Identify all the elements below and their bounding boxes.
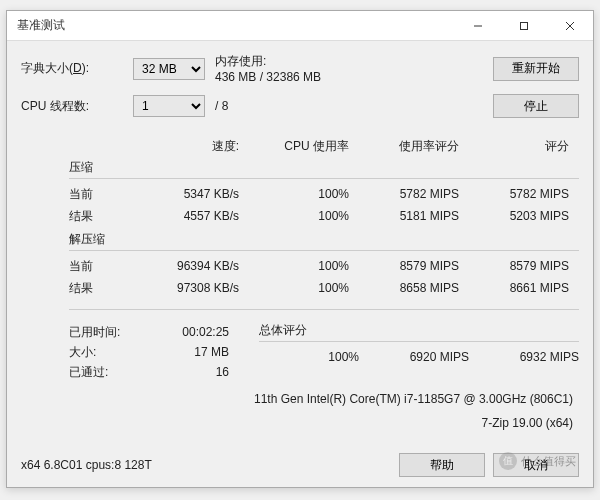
cell-score: 5203 MIPS <box>459 205 569 227</box>
cell-score: 5782 MIPS <box>459 183 569 205</box>
cpu-info: 11th Gen Intel(R) Core(TM) i7-1185G7 @ 3… <box>21 392 579 406</box>
cell-rate: 5181 MIPS <box>349 205 459 227</box>
cell-rate: 8579 MIPS <box>349 255 459 277</box>
watermark-text: 什么值得买 <box>521 454 576 469</box>
help-button[interactable]: 帮助 <box>399 453 485 477</box>
dict-label-post: ): <box>82 61 89 75</box>
row-label-result: 结果 <box>69 205 125 227</box>
mem-label: 内存使用: <box>215 53 321 70</box>
dict-size-label: 字典大小(D): <box>21 60 133 77</box>
watermark-badge: 值 <box>499 452 517 470</box>
cell-speed: 4557 KB/s <box>125 205 239 227</box>
info-right: 总体评分 100% 6920 MIPS 6932 MIPS <box>259 322 579 382</box>
dict-label-pre: 字典大小( <box>21 61 73 75</box>
overall-cpu: 100% <box>259 346 359 368</box>
maximize-icon <box>519 21 529 31</box>
table-row: 结果 97308 KB/s 100% 8658 MIPS 8661 MIPS <box>21 277 579 299</box>
row-label-current: 当前 <box>69 183 125 205</box>
divider <box>69 178 579 179</box>
overall-row: 100% 6920 MIPS 6932 MIPS <box>259 346 579 368</box>
minimize-button[interactable] <box>455 11 501 41</box>
header-cpu: CPU 使用率 <box>239 138 349 155</box>
info-area: 已用时间:00:02:25 大小:17 MB 已通过:16 总体评分 100% … <box>21 322 579 382</box>
cell-score: 8579 MIPS <box>459 255 569 277</box>
header-rate: 使用率评分 <box>349 138 459 155</box>
dict-size-select[interactable]: 32 MB <box>133 58 205 80</box>
compress-title: 压缩 <box>21 159 579 176</box>
header-speed: 速度: <box>69 138 239 155</box>
stop-button[interactable]: 停止 <box>493 94 579 118</box>
threads-row: CPU 线程数: 1 / 8 停止 <box>21 94 579 118</box>
svg-rect-1 <box>521 22 528 29</box>
threads-label: CPU 线程数: <box>21 98 133 115</box>
elapsed-value: 00:02:25 <box>149 322 229 342</box>
size-label: 大小: <box>69 342 149 362</box>
watermark: 值 什么值得买 <box>499 452 576 470</box>
decompress-section: 解压缩 当前 96394 KB/s 100% 8579 MIPS 8579 MI… <box>21 231 579 299</box>
overall-score1: 6920 MIPS <box>359 346 469 368</box>
table-row: 结果 4557 KB/s 100% 5181 MIPS 5203 MIPS <box>21 205 579 227</box>
table-header: 速度: CPU 使用率 使用率评分 评分 <box>21 138 579 155</box>
cell-rate: 5782 MIPS <box>349 183 459 205</box>
elapsed-label: 已用时间: <box>69 322 149 342</box>
dict-row: 字典大小(D): 32 MB 内存使用: 436 MB / 32386 MB 重… <box>21 53 579 84</box>
mem-usage: 内存使用: 436 MB / 32386 MB <box>215 53 321 84</box>
info-left: 已用时间:00:02:25 大小:17 MB 已通过:16 <box>21 322 259 382</box>
window-title: 基准测试 <box>17 17 455 34</box>
cell-cpu: 100% <box>239 255 349 277</box>
close-icon <box>565 21 575 31</box>
cell-cpu: 100% <box>239 277 349 299</box>
row-label-current: 当前 <box>69 255 125 277</box>
cell-speed: 97308 KB/s <box>125 277 239 299</box>
minimize-icon <box>473 21 483 31</box>
compress-section: 压缩 当前 5347 KB/s 100% 5782 MIPS 5782 MIPS… <box>21 159 579 227</box>
cell-rate: 8658 MIPS <box>349 277 459 299</box>
restart-button[interactable]: 重新开始 <box>493 57 579 81</box>
mem-value: 436 MB / 32386 MB <box>215 70 321 84</box>
table-row: 当前 5347 KB/s 100% 5782 MIPS 5782 MIPS <box>21 183 579 205</box>
cell-score: 8661 MIPS <box>459 277 569 299</box>
titlebar: 基准测试 <box>7 11 593 41</box>
overall-score2: 6932 MIPS <box>469 346 579 368</box>
decompress-title: 解压缩 <box>21 231 579 248</box>
close-button[interactable] <box>547 11 593 41</box>
threads-of: / 8 <box>215 99 228 113</box>
build-info: x64 6.8C01 cpus:8 128T <box>21 458 391 472</box>
divider <box>69 250 579 251</box>
divider <box>259 341 579 342</box>
content-area: 字典大小(D): 32 MB 内存使用: 436 MB / 32386 MB 重… <box>7 41 593 445</box>
row-label-result: 结果 <box>69 277 125 299</box>
threads-select[interactable]: 1 <box>133 95 205 117</box>
benchmark-window: 基准测试 字典大小(D): 32 MB 内存使用: 436 MB / 32386… <box>6 10 594 488</box>
passes-value: 16 <box>149 362 229 382</box>
passes-label: 已通过: <box>69 362 149 382</box>
divider <box>69 309 579 310</box>
maximize-button[interactable] <box>501 11 547 41</box>
header-score: 评分 <box>459 138 569 155</box>
cell-speed: 5347 KB/s <box>125 183 239 205</box>
cell-speed: 96394 KB/s <box>125 255 239 277</box>
table-row: 当前 96394 KB/s 100% 8579 MIPS 8579 MIPS <box>21 255 579 277</box>
version-info: 7-Zip 19.00 (x64) <box>21 416 579 430</box>
cell-cpu: 100% <box>239 205 349 227</box>
overall-label: 总体评分 <box>259 322 579 339</box>
dict-label-underline: D <box>73 61 82 75</box>
cell-cpu: 100% <box>239 183 349 205</box>
size-value: 17 MB <box>149 342 229 362</box>
